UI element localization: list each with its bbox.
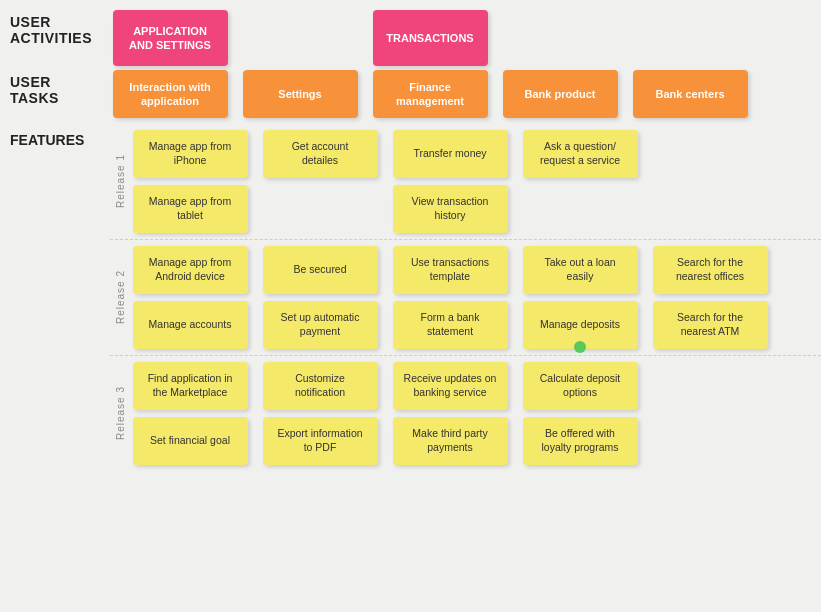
r3-r1-c1: Find application in the Marketplace — [130, 362, 250, 410]
card-use-transactions[interactable]: Use transactions template — [393, 246, 508, 294]
card-bank-statement[interactable]: Form a bank statement — [393, 301, 508, 349]
card-loyalty-programs[interactable]: Be offered with loyalty programs — [523, 417, 638, 465]
r2-r2-c4: Manage deposits — [520, 301, 640, 349]
activities-section: USER ACTIVITIES APPLICATION AND SETTINGS… — [0, 10, 821, 66]
release-3-vert: Release 3 — [110, 362, 130, 465]
r3-r1-c5 — [650, 362, 770, 410]
release-3-label: Release 3 — [115, 386, 126, 440]
card-view-transaction[interactable]: View transaction history — [393, 185, 508, 233]
r1-r1-c2: Get account detailes — [260, 130, 380, 178]
all-releases: Release 1 Manage app from iPhone Get acc… — [110, 124, 821, 471]
card-calculate-deposit[interactable]: Calculate deposit options — [523, 362, 638, 410]
card-set-financial-goal[interactable]: Set financial goal — [133, 417, 248, 465]
activity-card-transactions[interactable]: TRANSACTIONS — [373, 10, 488, 66]
tasks-section: USER TASKS Interaction with application … — [0, 70, 821, 118]
features-label: FEATURES — [0, 124, 110, 156]
r3-r1-c2: Customize notification — [260, 362, 380, 410]
r1-r1-c1: Manage app from iPhone — [130, 130, 250, 178]
release-2-vert: Release 2 — [110, 246, 130, 349]
card-third-party[interactable]: Make third party payments — [393, 417, 508, 465]
card-manage-android[interactable]: Manage app from Android device — [133, 246, 248, 294]
tasks-label: USER TASKS — [0, 70, 110, 110]
r3-r2-c2: Export information to PDF — [260, 417, 380, 465]
card-search-offices[interactable]: Search for the nearest offices — [653, 246, 768, 294]
release-2-rows: Manage app from Android device Be secure… — [130, 246, 821, 349]
r3-r1-c4: Calculate deposit options — [520, 362, 640, 410]
release-1-vert: Release 1 — [110, 130, 130, 233]
activity-card-app-settings[interactable]: APPLICATION AND SETTINGS — [113, 10, 228, 66]
release-3-row-2: Set financial goal Export information to… — [130, 417, 821, 465]
task-card-bank-centers[interactable]: Bank centers — [633, 70, 748, 118]
tasks-cards: Interaction with application Settings Fi… — [110, 70, 821, 118]
card-transfer-money[interactable]: Transfer money — [393, 130, 508, 178]
release-1-row-2: Manage app from tablet View transaction … — [130, 185, 821, 233]
release-1-block: Release 1 Manage app from iPhone Get acc… — [110, 124, 821, 239]
r1-r2-c3: View transaction history — [390, 185, 510, 233]
r2-r1-c4: Take out a loan easily — [520, 246, 640, 294]
release-1-label: Release 1 — [115, 154, 126, 208]
release-3-row-1: Find application in the Marketplace Cust… — [130, 362, 821, 410]
task-card-settings[interactable]: Settings — [243, 70, 358, 118]
r3-r2-c4: Be offered with loyalty programs — [520, 417, 640, 465]
r1-r2-c4 — [520, 185, 640, 233]
release-3-rows: Find application in the Marketplace Cust… — [130, 362, 821, 465]
release-3-block: Release 3 Find application in the Market… — [110, 355, 821, 471]
task-col-1: Interaction with application — [110, 70, 230, 118]
card-manage-deposits[interactable]: Manage deposits — [523, 301, 638, 349]
task-col-5: Bank centers — [630, 70, 750, 118]
release-2-row-1: Manage app from Android device Be secure… — [130, 246, 821, 294]
task-col-4: Bank product — [500, 70, 620, 118]
card-take-loan[interactable]: Take out a loan easily — [523, 246, 638, 294]
col-3: TRANSACTIONS — [370, 10, 490, 66]
card-manage-iphone[interactable]: Manage app from iPhone — [133, 130, 248, 178]
card-export-pdf[interactable]: Export information to PDF — [263, 417, 378, 465]
release-1-rows: Manage app from iPhone Get account detai… — [130, 130, 821, 233]
task-card-finance[interactable]: Finance management — [373, 70, 488, 118]
card-manage-tablet[interactable]: Manage app from tablet — [133, 185, 248, 233]
col-1: APPLICATION AND SETTINGS — [110, 10, 230, 66]
card-customize-notification[interactable]: Customize notification — [263, 362, 378, 410]
r3-r2-c5 — [650, 417, 770, 465]
r2-r2-c2: Set up automatic payment — [260, 301, 380, 349]
card-manage-accounts[interactable]: Manage accounts — [133, 301, 248, 349]
r2-r2-c1: Manage accounts — [130, 301, 250, 349]
r3-r2-c1: Set financial goal — [130, 417, 250, 465]
board: USER ACTIVITIES APPLICATION AND SETTINGS… — [0, 0, 821, 612]
task-col-3: Finance management — [370, 70, 490, 118]
r3-r1-c3: Receive updates on banking service — [390, 362, 510, 410]
release-2-block: Release 2 Manage app from Android device… — [110, 239, 821, 355]
r2-r1-c1: Manage app from Android device — [130, 246, 250, 294]
features-section: FEATURES Release 1 Manage app from iPhon… — [0, 124, 821, 471]
green-dot — [574, 341, 586, 353]
r1-r1-c5 — [650, 130, 770, 178]
release-1-row-1: Manage app from iPhone Get account detai… — [130, 130, 821, 178]
r2-r1-c2: Be secured — [260, 246, 380, 294]
card-ask-question[interactable]: Ask a question/ request a service — [523, 130, 638, 178]
task-card-interaction[interactable]: Interaction with application — [113, 70, 228, 118]
r2-r2-c3: Form a bank statement — [390, 301, 510, 349]
task-card-bank-product[interactable]: Bank product — [503, 70, 618, 118]
card-search-atm[interactable]: Search for the nearest ATM — [653, 301, 768, 349]
card-get-account[interactable]: Get account detailes — [263, 130, 378, 178]
card-be-secured[interactable]: Be secured — [263, 246, 378, 294]
activities-label: USER ACTIVITIES — [0, 10, 110, 50]
card-receive-updates[interactable]: Receive updates on banking service — [393, 362, 508, 410]
r3-r2-c3: Make third party payments — [390, 417, 510, 465]
card-auto-payment[interactable]: Set up automatic payment — [263, 301, 378, 349]
activities-cards: APPLICATION AND SETTINGS TRANSACTIONS — [110, 10, 821, 66]
release-2-label: Release 2 — [115, 270, 126, 324]
card-find-marketplace[interactable]: Find application in the Marketplace — [133, 362, 248, 410]
release-2-row-2: Manage accounts Set up automatic payment… — [130, 301, 821, 349]
task-col-2: Settings — [240, 70, 360, 118]
r2-r1-c3: Use transactions template — [390, 246, 510, 294]
r1-r2-c1: Manage app from tablet — [130, 185, 250, 233]
r1-r2-c5 — [650, 185, 770, 233]
r1-r1-c3: Transfer money — [390, 130, 510, 178]
r2-r2-c5: Search for the nearest ATM — [650, 301, 770, 349]
r1-r2-c2 — [260, 185, 380, 233]
r2-r1-c5: Search for the nearest offices — [650, 246, 770, 294]
r1-r1-c4: Ask a question/ request a service — [520, 130, 640, 178]
